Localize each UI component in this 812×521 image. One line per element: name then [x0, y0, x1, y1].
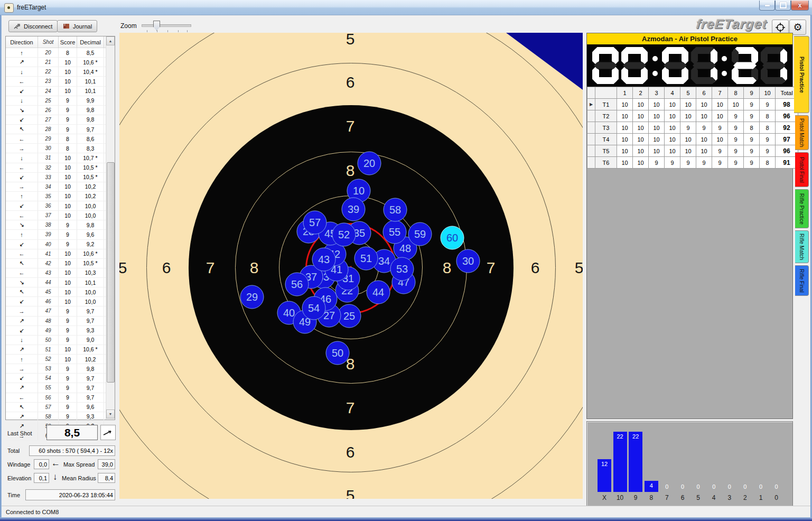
scroll-thumb[interactable] [107, 162, 115, 383]
table-row[interactable]: ↑521010,2 [6, 355, 115, 364]
score-cell[interactable]: 9 [712, 122, 728, 134]
table-row[interactable]: ↓221010,4 * [6, 67, 115, 77]
tab-rifle-match[interactable]: Rifle Match [795, 230, 809, 263]
score-row[interactable]: T41010101010101099997 [587, 134, 798, 145]
table-row[interactable]: ↙461010,0 [6, 297, 115, 306]
score-row[interactable]: T5101010101010999996 [587, 145, 798, 157]
score-cell[interactable]: 10 [617, 99, 633, 110]
zoom-slider-thumb[interactable] [153, 21, 160, 31]
score-cell[interactable]: 10 [633, 110, 649, 122]
score-cell[interactable]: 9 [649, 157, 665, 169]
score-cell[interactable]: 9 [712, 157, 728, 169]
table-row[interactable]: ↓2599,9 [6, 96, 115, 106]
score-cell[interactable]: 10 [649, 134, 665, 145]
tab-rifle-final[interactable]: Rifle Final [795, 265, 809, 296]
table-row[interactable]: ↘2699,8 [6, 106, 115, 115]
score-cell[interactable]: 10 [680, 110, 696, 122]
last-shot-direction-button[interactable] [100, 425, 116, 440]
score-cell[interactable]: 9 [760, 145, 776, 157]
maximize-button[interactable] [775, 1, 791, 11]
table-row[interactable]: ↖5799,6 [6, 403, 115, 412]
score-cell[interactable]: 10 [728, 99, 744, 110]
table-row[interactable]: ↑2088,5 [6, 48, 115, 58]
tab-pistol-match[interactable]: Pistol Match [795, 115, 809, 150]
score-cell[interactable]: 9 [696, 122, 712, 134]
score-cell[interactable]: 9 [744, 145, 760, 157]
table-row[interactable]: ↙361010,0 [6, 201, 115, 211]
table-row[interactable]: ←5699,7 [6, 393, 115, 403]
score-cell[interactable]: 10 [696, 134, 712, 145]
score-cell[interactable]: 10 [617, 110, 633, 122]
score-cell[interactable]: 9 [696, 157, 712, 169]
table-row[interactable]: ←2988,6 [6, 134, 115, 144]
table-row[interactable]: →341010,2 [6, 182, 115, 192]
score-cell[interactable]: 10 [665, 110, 680, 122]
score-cell[interactable]: 10 [665, 134, 680, 145]
journal-button[interactable]: Journal [57, 20, 97, 32]
score-cell[interactable]: 10 [633, 157, 649, 169]
score-cell[interactable]: 10 [617, 145, 633, 157]
table-row[interactable]: ↘3899,8 [6, 220, 115, 230]
score-cell[interactable]: 9 [760, 99, 776, 110]
title-bar[interactable]: freETarget x [0, 0, 812, 15]
score-cell[interactable]: 9 [744, 157, 760, 169]
table-row[interactable]: ↗5899,3 [6, 412, 115, 422]
score-cell[interactable]: 10 [617, 122, 633, 134]
score-cell[interactable]: 9 [712, 145, 728, 157]
score-cell[interactable]: 10 [649, 145, 665, 157]
score-cell[interactable]: 10 [617, 157, 633, 169]
score-cell[interactable]: 10 [696, 145, 712, 157]
minimize-button[interactable] [759, 1, 775, 11]
table-row[interactable]: ↓5099,0 [6, 336, 115, 345]
table-row[interactable]: →3088,3 [6, 144, 115, 153]
table-row[interactable]: ↘441010,1 [6, 278, 115, 287]
score-cell[interactable]: 9 [680, 122, 696, 134]
tab-pistol-practice[interactable]: Pistol Practice [794, 36, 809, 113]
table-row[interactable]: ↗4899,7 [6, 317, 115, 326]
score-cell[interactable]: 10 [617, 134, 633, 145]
column-header-shot[interactable]: Shot [38, 36, 59, 48]
table-row[interactable]: ↖2899,7 [6, 125, 115, 134]
table-row[interactable]: ↙331010,5 * [6, 173, 115, 182]
score-cell[interactable]: 9 [680, 157, 696, 169]
score-cell[interactable]: 9 [728, 134, 744, 145]
score-cell[interactable]: 10 [696, 99, 712, 110]
score-cell[interactable]: 8 [760, 110, 776, 122]
score-cell[interactable]: 10 [665, 122, 680, 134]
score-row[interactable]: T31010101099998892 [587, 122, 798, 134]
scroll-down-button[interactable]: ▼ [106, 410, 115, 418]
score-cell[interactable]: 10 [712, 134, 728, 145]
score-cell[interactable]: 9 [728, 157, 744, 169]
score-cell[interactable]: 10 [633, 99, 649, 110]
table-row[interactable]: ↙5499,7 [6, 374, 115, 383]
table-row[interactable]: ↑351010,2 [6, 192, 115, 201]
windage-value[interactable]: 0,0 [34, 459, 49, 469]
shot-table-scrollbar[interactable]: ▲ ▼ [106, 36, 115, 420]
table-row[interactable]: ↙4099,2 [6, 240, 115, 249]
table-row[interactable]: ←431010,3 [6, 268, 115, 278]
score-cell[interactable]: 9 [728, 110, 744, 122]
score-cell[interactable]: 10 [712, 99, 728, 110]
elevation-value[interactable]: 0,1 [34, 473, 49, 483]
score-cell[interactable]: 9 [728, 145, 744, 157]
table-row[interactable]: ←411010,6 * [6, 249, 115, 259]
table-row[interactable]: ↗211010,6 * [6, 58, 115, 67]
score-cell[interactable]: 10 [649, 99, 665, 110]
score-cell[interactable]: 9 [728, 122, 744, 134]
disconnect-button[interactable]: Disconnect [8, 20, 58, 32]
table-row[interactable]: →5399,8 [6, 364, 115, 374]
table-row[interactable]: ↗5599,7 [6, 383, 115, 393]
score-table[interactable]: 12345678910Total▶T110101010101010109998T… [587, 87, 798, 169]
scroll-up-button[interactable]: ▲ [106, 36, 115, 45]
column-header-score[interactable]: Score [59, 36, 77, 48]
score-cell[interactable]: 8 [744, 122, 760, 134]
score-cell[interactable]: 10 [649, 110, 665, 122]
score-cell[interactable]: 10 [633, 145, 649, 157]
tab-pistol-final[interactable]: Pistol Final [795, 152, 809, 187]
score-cell[interactable]: 10 [696, 110, 712, 122]
score-cell[interactable]: 9 [665, 157, 680, 169]
score-cell[interactable]: 10 [680, 145, 696, 157]
table-row[interactable]: ↖421010,5 * [6, 259, 115, 268]
table-row[interactable]: ↗511010,6 * [6, 345, 115, 355]
table-row[interactable]: ←371010,0 [6, 211, 115, 220]
